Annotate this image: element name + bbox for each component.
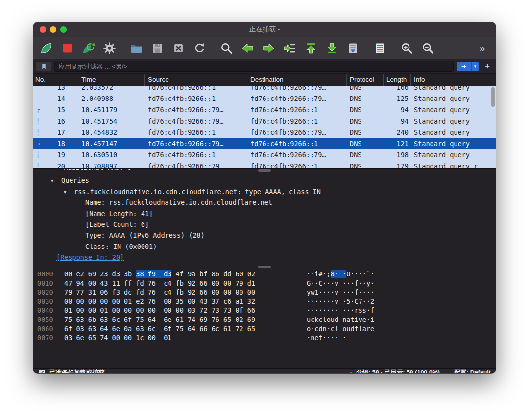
filter-bookmark-button[interactable] — [36, 61, 51, 71]
packet-row[interactable]: ┆2010.708897fd76:c4fb:9266::79…fd76:c4fb… — [33, 161, 496, 168]
packet-destination-cell: fd76:c4fb:9266::1 — [247, 138, 347, 149]
packet-destination-cell: fd76:c4fb:9266::79… — [247, 149, 347, 161]
packet-row[interactable]: 132.033572fd76:c4fb:9266::1fd76:c4fb:926… — [33, 86, 496, 93]
find-packet-button[interactable] — [219, 41, 234, 55]
response-in-link[interactable]: [Response In: 20] — [56, 253, 124, 261]
packet-length-cell: 179 — [384, 161, 411, 168]
go-forward-button[interactable] — [262, 41, 276, 55]
go-last-packet-button[interactable] — [325, 41, 339, 55]
packet-time-cell: 2.033572 — [78, 86, 145, 93]
packet-row[interactable]: 142.040988fd76:c4fb:9266::1fd76:c4fb:926… — [33, 93, 496, 104]
packet-list: 132.033572fd76:c4fb:9266::1fd76:c4fb:926… — [33, 86, 496, 168]
detail-line[interactable]: ▼Queries — [33, 175, 496, 186]
detail-line[interactable]: Name: rss.fuckcloudnative.io.cdn.cloudfl… — [33, 197, 496, 208]
packet-protocol-cell: DNS — [347, 138, 384, 149]
detail-line[interactable]: Class: IN (0x0001) — [33, 241, 496, 252]
hex-row[interactable]: 000000 e2 69 23 d3 3b 38 f9 d3 4f 9a bf … — [33, 270, 496, 279]
hex-text: o·cdn·cl oudflare — [307, 325, 374, 333]
toolbar-group: » — [475, 41, 490, 55]
detail-text: Queries — [61, 176, 89, 184]
hex-row[interactable]: 007003 6e 65 74 00 00 1c 00 01·net···· · — [33, 333, 496, 343]
hex-row[interactable]: 005075 63 6b 63 6c 6f 75 64 6e 61 74 69 … — [33, 315, 496, 324]
go-to-packet-button[interactable] — [283, 41, 297, 55]
hex-row[interactable]: 002079 77 31 06 f3 dc fd 76 c4 fb 92 66 … — [33, 288, 496, 297]
ascii-bytes: ········ ···rss·f — [307, 306, 374, 314]
column-header-length[interactable]: Length — [384, 74, 411, 86]
save-file-button[interactable] — [150, 41, 165, 55]
packet-row[interactable]: ┆1910.630510fd76:c4fb:9266::1fd76:c4fb:9… — [33, 149, 496, 161]
selected-bytes-highlight: 38 f9 d3 — [136, 270, 171, 278]
hex-bytes: 79 77 31 06 f3 dc fd 76 c4 fb 92 66 00 0… — [64, 288, 307, 297]
packet-number: 19 — [43, 149, 78, 161]
column-header-no[interactable]: No. — [33, 74, 78, 86]
restart-capture-button[interactable] — [81, 41, 96, 55]
overflow-chevron-icon: » — [476, 42, 489, 54]
hex-row[interactable]: 004001 00 00 01 00 00 00 00 00 00 03 72 … — [33, 306, 496, 315]
apply-filter-button[interactable] — [457, 62, 471, 71]
column-header-destination[interactable]: Destination — [247, 74, 347, 86]
packet-row[interactable]: ┆1710.454832fd76:c4fb:9266::1fd76:c4fb:9… — [33, 127, 496, 138]
overflow-chevron-button[interactable]: » — [475, 41, 490, 55]
hex-row[interactable]: 003000 00 00 00 00 01 e2 76 00 35 00 43 … — [33, 297, 496, 306]
zoom-window-button[interactable] — [60, 26, 67, 33]
hex-text: ·······v ·5·C7··2 — [307, 297, 374, 305]
packet-source-cell: fd76:c4fb:9266::1 — [145, 93, 247, 104]
hex-offset: 0050 — [37, 315, 64, 324]
packet-list-splitter-handle[interactable] — [258, 169, 271, 172]
profile-label[interactable]: 配置: Default — [454, 369, 491, 373]
column-header-info[interactable]: Info — [411, 74, 496, 86]
colorize-packets-button[interactable] — [373, 41, 387, 55]
title-bar[interactable]: 正在捕获 - — [33, 22, 496, 37]
open-file-button[interactable] — [129, 41, 144, 55]
detail-line[interactable]: [Name Length: 41] — [33, 208, 496, 219]
hex-offset: 0010 — [37, 279, 64, 288]
go-first-packet-button[interactable] — [304, 41, 318, 55]
start-capture-button[interactable] — [39, 41, 54, 55]
add-filter-button[interactable]: + — [481, 61, 493, 71]
packet-number: 15 — [43, 104, 78, 116]
packet-time-cell: 10.708897 — [78, 161, 145, 168]
column-header-time[interactable]: Time — [78, 74, 145, 86]
packet-time-cell: 2.040988 — [78, 93, 145, 104]
hex-bytes: 47 94 00 43 11 ff fd 76 c4 fb 92 66 00 0… — [64, 279, 307, 288]
hex-row[interactable]: 001047 94 00 43 11 ff fd 76 c4 fb 92 66 … — [33, 279, 496, 288]
minimize-window-button[interactable] — [50, 26, 56, 33]
filter-dropdown-button[interactable]: ▾ — [471, 62, 479, 71]
zoom-in-button[interactable] — [400, 41, 414, 55]
close-file-button[interactable] — [171, 41, 186, 55]
go-back-button[interactable] — [240, 41, 255, 55]
expander-icon[interactable]: ▼ — [51, 175, 61, 186]
detail-line[interactable]: [Label Count: 6] — [33, 219, 496, 230]
packet-row[interactable]: ┆1610.451754fd76:c4fb:9266::79…fd76:c4fb… — [33, 116, 496, 127]
reload-file-button[interactable] — [192, 41, 207, 55]
packet-time-cell: 10.457147 — [78, 138, 145, 149]
detail-line[interactable]: ▼rss.fuckcloudnative.io.cdn.cloudflare.n… — [33, 186, 496, 197]
bytes-pane-splitter-handle[interactable] — [258, 266, 271, 268]
status-ready-text: 已准备好加载或捕获 — [49, 369, 105, 373]
packet-length-cell: 94 — [384, 116, 411, 127]
column-header-source[interactable]: Source — [145, 74, 247, 86]
expert-info-icon[interactable] — [38, 369, 46, 373]
detail-line[interactable]: Type: AAAA (IPv6 Address) (28) — [33, 230, 496, 241]
detail-line[interactable]: [Response In: 20] — [33, 252, 496, 263]
packet-time-cell: 10.451179 — [78, 104, 145, 116]
expander-icon[interactable]: ▼ — [64, 187, 74, 198]
packet-row[interactable]: →1810.457147fd76:c4fb:9266::79…fd76:c4fb… — [33, 138, 496, 149]
colorize-packets-icon — [373, 42, 387, 55]
capture-options-button[interactable] — [102, 41, 117, 55]
traffic-lights — [40, 26, 67, 33]
zoom-out-icon — [421, 42, 435, 55]
close-window-button[interactable] — [40, 26, 46, 33]
display-filter-input[interactable] — [54, 61, 454, 72]
packet-row[interactable]: ┌1510.451179fd76:c4fb:9266::79…fd76:c4fb… — [33, 104, 496, 116]
zoom-out-button[interactable] — [421, 41, 435, 55]
packet-destination-cell: fd76:c4fb:9266::79… — [247, 127, 347, 138]
auto-scroll-button[interactable] — [346, 41, 361, 55]
hex-offset: 0040 — [37, 306, 64, 315]
stop-capture-button[interactable] — [60, 41, 75, 55]
packet-number: 20 — [43, 161, 78, 168]
hex-row[interactable]: 00606f 03 63 64 6e 0a 63 6c 6f 75 64 66 … — [33, 324, 496, 334]
column-header-protocol[interactable]: Protocol — [347, 74, 384, 86]
desktop-background: 正在捕获 - » ▾ + No.TimeSourceDestinationPro… — [0, 0, 529, 420]
packet-list-scrollbar[interactable] — [491, 87, 495, 107]
